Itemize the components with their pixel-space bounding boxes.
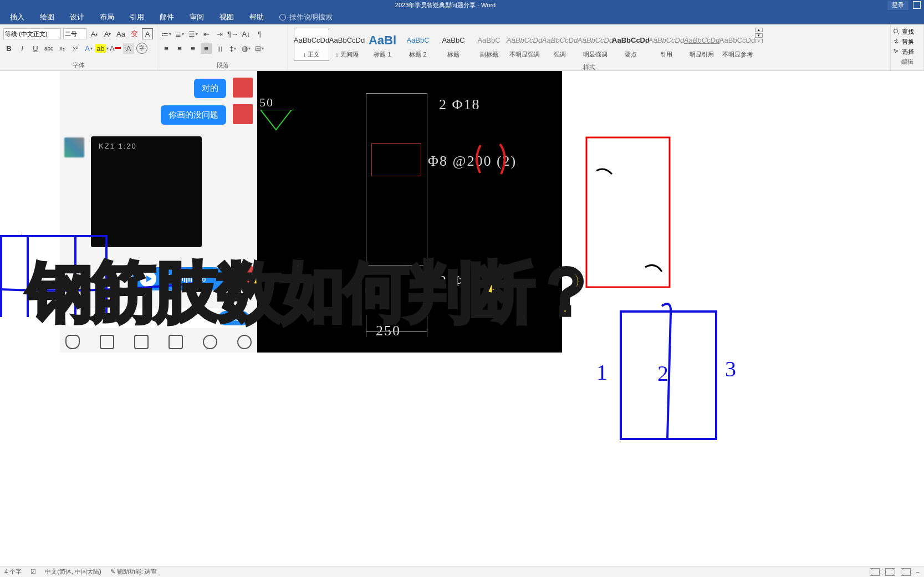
- tab-layout[interactable]: 布局: [92, 10, 122, 24]
- cursor-icon: [893, 48, 900, 55]
- tab-mailings[interactable]: 邮件: [152, 10, 182, 24]
- decrease-indent-button[interactable]: ⇤: [201, 28, 212, 39]
- find-button[interactable]: 查找: [893, 27, 921, 37]
- subscript-button[interactable]: x₂: [57, 43, 68, 54]
- line-spacing-button[interactable]: ‡▾: [227, 43, 238, 54]
- document-title: 2023年学员答疑典型问题分享 - Word: [3, 1, 887, 9]
- superscript-button[interactable]: x²: [70, 43, 81, 54]
- style-标题 2[interactable]: AaBbC标题 2: [400, 28, 436, 61]
- ribbon: A▴ A▾ Aa 变 A B I U abc x₂ x² A▾ ab▾ A A …: [0, 24, 924, 71]
- tab-references[interactable]: 引用: [122, 10, 152, 24]
- style-↓ 正文[interactable]: AaBbCcDd↓ 正文: [294, 28, 329, 61]
- strike-button[interactable]: abc: [43, 43, 54, 54]
- ribbon-display-icon[interactable]: [913, 1, 921, 9]
- grow-font-button[interactable]: A▴: [89, 28, 100, 39]
- style-强调[interactable]: AaBbCcDd强调: [542, 28, 578, 61]
- search-icon: [893, 28, 900, 35]
- tab-draw[interactable]: 绘图: [32, 10, 62, 24]
- font-size-select[interactable]: [63, 28, 86, 39]
- font-color-button[interactable]: A: [110, 43, 121, 54]
- enclose-char-button[interactable]: 字: [136, 43, 147, 54]
- ground-symbol-icon: [261, 110, 294, 132]
- title-bar: 2023年学员答疑典型问题分享 - Word 登录: [0, 0, 924, 10]
- svg-point-0: [894, 29, 898, 33]
- underline-button[interactable]: U: [30, 43, 41, 54]
- styles-group: AaBbCcDd↓ 正文AaBbCcDd↓ 无间隔AaBl标题 1AaBbC标题…: [288, 24, 891, 70]
- tab-help[interactable]: 帮助: [242, 10, 272, 24]
- styles-more-button[interactable]: ▴▾▿: [755, 28, 763, 43]
- styles-gallery[interactable]: AaBbCcDd↓ 正文AaBbCcDd↓ 无间隔AaBl标题 1AaBbC标题…: [292, 27, 887, 62]
- font-group: A▴ A▾ Aa 变 A B I U abc x₂ x² A▾ ab▾ A A …: [0, 24, 157, 70]
- style-标题 1[interactable]: AaBl标题 1: [365, 28, 400, 61]
- align-right-button[interactable]: ≡: [187, 43, 198, 54]
- paragraph-group: ≔▾ ≣▾ ☰▾ ⇤ ⇥ ¶→ A↓ ¶ ≡ ≡ ≡ ≡ ⫼ ‡▾ ◍▾ ⊞▾ …: [157, 24, 288, 70]
- overlay-title: 钢筋肢数如何判断？: [28, 248, 596, 337]
- font-name-select[interactable]: [3, 28, 61, 39]
- char-shading-button[interactable]: A: [123, 43, 134, 54]
- black-marks: [594, 164, 666, 286]
- replace-icon: [893, 38, 900, 45]
- language-status[interactable]: 中文(简体, 中国大陆): [45, 568, 101, 576]
- tab-design[interactable]: 设计: [62, 10, 92, 24]
- style-副标题[interactable]: AaBbC副标题: [471, 28, 507, 61]
- editing-group-label: 编辑: [893, 57, 921, 66]
- bulb-icon: [279, 14, 286, 21]
- paragraph-group-label: 段落: [161, 60, 284, 69]
- italic-button[interactable]: I: [17, 43, 28, 54]
- text-effects-button[interactable]: A▾: [83, 43, 94, 54]
- style-标题[interactable]: AaBbC标题: [436, 28, 471, 61]
- styles-group-label: 样式: [292, 62, 887, 72]
- shading-button[interactable]: ◍▾: [241, 43, 252, 54]
- align-center-button[interactable]: ≡: [174, 43, 185, 54]
- tab-review[interactable]: 审阅: [182, 10, 212, 24]
- sketch-num-1: 1: [596, 359, 608, 385]
- bold-button[interactable]: B: [3, 43, 14, 54]
- print-layout-button[interactable]: [885, 568, 895, 576]
- show-marks-button[interactable]: ¶: [254, 28, 265, 39]
- ltr-button[interactable]: ¶→: [227, 28, 238, 39]
- select-button[interactable]: 选择: [893, 47, 921, 57]
- style-不明显强调[interactable]: AaBbCcDd不明显强调: [507, 28, 542, 61]
- style-↓ 无间隔[interactable]: AaBbCcDd↓ 无间隔: [329, 28, 365, 61]
- change-case-button[interactable]: Aa: [115, 28, 126, 39]
- shrink-font-button[interactable]: A▾: [102, 28, 113, 39]
- sketch-num-3: 3: [725, 356, 736, 382]
- replace-button[interactable]: 替换: [893, 37, 921, 47]
- style-要点[interactable]: AaBbCcDd要点: [613, 28, 649, 61]
- word-count[interactable]: 4 个字: [4, 568, 22, 576]
- zoom-out-button[interactable]: −: [916, 569, 920, 575]
- chat-avatar-1: [233, 78, 253, 98]
- read-mode-button[interactable]: [870, 568, 880, 576]
- document-canvas[interactable]: 对的 你画的没问题 KZ1 1:20 16" 发送 2 Φ1: [0, 71, 924, 566]
- highlight-button[interactable]: ab▾: [96, 43, 108, 54]
- numbering-button[interactable]: ≣▾: [174, 28, 185, 39]
- tab-view[interactable]: 视图: [212, 10, 242, 24]
- style-明显强调[interactable]: AaBbCcDd明显强调: [578, 28, 613, 61]
- tab-insert[interactable]: 插入: [2, 10, 32, 24]
- chat-msg-2: 你画的没问题: [161, 105, 226, 125]
- multilevel-button[interactable]: ☰▾: [187, 28, 198, 39]
- style-不明显参考[interactable]: AaBbCcDd不明显参考: [719, 28, 755, 61]
- cad-section-box: [371, 143, 421, 176]
- style-明显引用[interactable]: AaBbCcDd明显引用: [684, 28, 719, 61]
- chat-avatar-3: [64, 137, 84, 157]
- distribute-button[interactable]: ⫼: [214, 43, 225, 54]
- justify-button[interactable]: ≡: [201, 43, 212, 54]
- increase-indent-button[interactable]: ⇥: [214, 28, 225, 39]
- bullets-button[interactable]: ≔▾: [161, 28, 172, 39]
- accessibility-status[interactable]: ✎ 辅助功能: 调查: [110, 568, 157, 576]
- chat-image[interactable]: KZ1 1:20: [91, 136, 202, 247]
- proofing-icon[interactable]: ☑: [30, 568, 36, 575]
- tell-me[interactable]: 操作说明搜索: [272, 12, 333, 22]
- chat-msg-1: 对的: [194, 79, 226, 98]
- login-button[interactable]: 登录: [887, 1, 908, 10]
- ribbon-tabs: 插入 绘图 设计 布局 引用 邮件 审阅 视图 帮助 操作说明搜索: [0, 10, 924, 24]
- web-layout-button[interactable]: [901, 568, 911, 576]
- cad-dim-50: 50: [259, 95, 274, 110]
- borders-button[interactable]: ⊞▾: [254, 43, 265, 54]
- char-border-button[interactable]: A: [142, 28, 153, 39]
- style-引用[interactable]: AaBbCcDd引用: [649, 28, 684, 61]
- phonetic-guide-button[interactable]: 变: [129, 28, 140, 39]
- align-left-button[interactable]: ≡: [161, 43, 172, 54]
- sort-button[interactable]: A↓: [241, 28, 252, 39]
